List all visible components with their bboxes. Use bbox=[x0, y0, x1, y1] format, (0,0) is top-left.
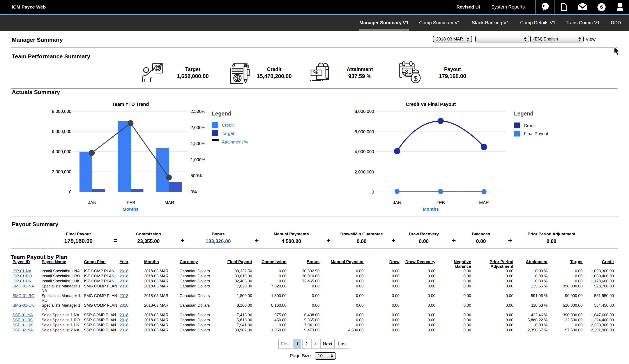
svg-text:FEB: FEB bbox=[127, 200, 135, 205]
svg-text:$: $ bbox=[414, 75, 418, 83]
svg-text:4,000,000: 4,000,000 bbox=[355, 149, 374, 154]
svg-text:0: 0 bbox=[69, 189, 71, 194]
svg-text:JAN: JAN bbox=[393, 200, 401, 205]
svg-text:Team YTD Trend: Team YTD Trend bbox=[112, 102, 149, 107]
svg-text:%: % bbox=[313, 69, 318, 76]
svg-text:$: $ bbox=[236, 76, 239, 81]
svg-text:6,000,000: 6,000,000 bbox=[52, 129, 71, 134]
svg-text:MAR: MAR bbox=[479, 200, 489, 205]
svg-text:1,000%: 1,000% bbox=[190, 157, 205, 162]
svg-text:1,500%: 1,500% bbox=[190, 141, 205, 146]
svg-text:FEB: FEB bbox=[437, 200, 445, 205]
svg-text:8,000,000: 8,000,000 bbox=[52, 109, 71, 114]
svg-text:2,000%: 2,000% bbox=[190, 125, 205, 130]
svg-text:Months: Months bbox=[123, 206, 139, 211]
svg-text:Months: Months bbox=[423, 206, 439, 211]
svg-text:0: 0 bbox=[372, 190, 374, 194]
svg-text:MAR: MAR bbox=[164, 200, 174, 205]
svg-text:4,000,000: 4,000,000 bbox=[52, 149, 71, 154]
svg-text:0%: 0% bbox=[190, 189, 197, 194]
svg-text:JAN: JAN bbox=[88, 200, 96, 205]
svg-text:500%: 500% bbox=[190, 173, 202, 178]
svg-text:2,000,000: 2,000,000 bbox=[52, 169, 71, 174]
svg-text:6,000,000: 6,000,000 bbox=[355, 129, 374, 134]
svg-text:8,000,000: 8,000,000 bbox=[355, 109, 374, 114]
svg-text:31: 31 bbox=[405, 68, 412, 75]
svg-text:2,500%: 2,500% bbox=[190, 109, 205, 114]
svg-text:2,000,000: 2,000,000 bbox=[355, 170, 374, 174]
svg-text:Credit Vs Final Payout: Credit Vs Final Payout bbox=[406, 102, 456, 107]
